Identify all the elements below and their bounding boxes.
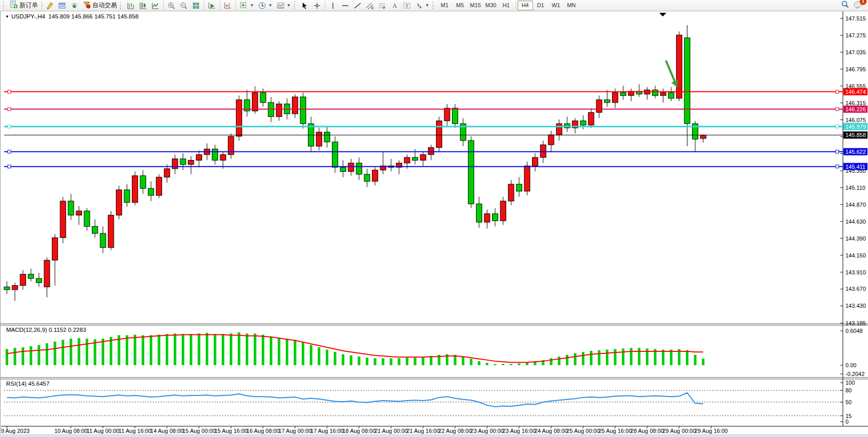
timeframe-button-m30[interactable]: M30 [483,1,499,10]
timeframe-button-d1[interactable]: D1 [533,1,548,10]
svg-text:18 Aug 08:00: 18 Aug 08:00 [342,428,376,434]
svg-text:144.150: 144.150 [845,252,866,259]
zoom-in-button[interactable] [165,0,177,11]
svg-text:0.6048: 0.6048 [845,328,863,334]
fibonacci-tool-button[interactable]: F [376,0,388,11]
svg-text:T: T [405,3,408,8]
svg-text:21 Aug 16:00: 21 Aug 16:00 [406,428,440,434]
timeframe-button-h1[interactable]: H1 [499,1,514,10]
templates-button[interactable]: ▼ [274,0,293,11]
svg-text:F: F [383,6,385,10]
svg-text:14 Aug 08:00: 14 Aug 08:00 [150,428,184,434]
zoom-out-button[interactable] [177,0,190,11]
trendline-tool-button[interactable] [351,0,364,11]
signals-button[interactable] [68,0,81,11]
rsi-indicator-label: RSI(14) 45.6457 [6,381,49,387]
svg-text:143.430: 143.430 [845,303,866,309]
text-tool-button[interactable]: A [388,0,401,11]
crosshair-button[interactable] [311,0,323,11]
svg-text:145.622: 145.622 [845,149,866,155]
toolbar-group-handle [120,2,123,9]
chart-area[interactable]: 147.515147.275147.035146.795146.555146.3… [0,0,868,437]
svg-text:21 Aug 00:00: 21 Aug 00:00 [374,428,408,434]
svg-text:-0.2042: -0.2042 [845,371,864,377]
macd-name: MACD(12,26,9) [6,327,47,333]
svg-text:16 Aug 08:00: 16 Aug 08:00 [246,428,280,434]
autotrading-button[interactable]: 自动交易 [81,0,119,11]
svg-text:A: A [392,2,397,9]
main-toolbar: 新订单 自动交易 ▼ [0,0,868,11]
svg-text:9 Aug 2023: 9 Aug 2023 [1,428,30,434]
timeframe-button-m1[interactable]: M1 [437,1,452,10]
toolbar-group-handle [432,2,435,9]
indicators-button[interactable]: ▼ [238,0,256,11]
svg-text:E: E [371,6,374,10]
line-chart-button[interactable] [149,0,162,11]
new-order-label: 新订单 [19,1,38,10]
svg-text:11 Aug 16:00: 11 Aug 16:00 [119,428,151,434]
svg-text:147.035: 147.035 [845,49,866,55]
svg-text:145.411: 145.411 [845,164,865,170]
timeframe-button-mn[interactable]: MN [564,1,579,10]
toolbar-separator [163,1,164,10]
candlestick-chart-button[interactable] [137,0,149,11]
timeframe-button-h4[interactable]: H4 [518,1,533,10]
auto-scroll-button[interactable] [206,0,218,11]
chart-expand-triangle-icon[interactable]: ▼ [5,14,9,19]
arrows-tool-button[interactable]: ▼ [413,0,431,11]
svg-text:147.275: 147.275 [845,32,866,38]
toolbar-separator [516,1,516,10]
horizontal-line-tool-button[interactable] [339,0,351,11]
toolbar-separator [42,1,42,10]
svg-text:29 Aug 00:00: 29 Aug 00:00 [662,428,696,434]
tile-windows-button[interactable] [190,0,202,11]
chart-window-title: ▼USDJPY-,H4 145.809 145.866 145.751 145.… [5,13,139,19]
equidistant-channel-tool-button[interactable]: E [364,0,376,11]
vertical-line-tool-button[interactable] [327,0,339,11]
svg-text:143.670: 143.670 [845,286,866,292]
new-order-icon [10,1,18,10]
timeframe-button-m5[interactable]: M5 [452,1,468,10]
svg-text:24 Aug 08:00: 24 Aug 08:00 [535,428,568,434]
templates-dropdown-arrow: ▼ [287,3,291,8]
search-icon[interactable] [841,0,850,11]
periods-button[interactable]: ▼ [256,0,274,11]
autotrading-label: 自动交易 [92,1,117,10]
bar-chart-button[interactable] [125,0,137,11]
toolbar-separator [235,1,236,10]
autotrading-icon [83,1,91,10]
rsi-name: RSI(14) [6,381,27,387]
svg-text:80: 80 [845,387,852,393]
svg-text:143.185: 143.185 [845,320,866,326]
svg-text:22 Aug 08:00: 22 Aug 08:00 [439,428,472,434]
styler-button[interactable] [44,0,56,11]
notifications-icon[interactable]: 1 [854,1,863,11]
cursor-button[interactable] [299,0,311,11]
chart-ohlc-values: 145.809 145.866 145.751 145.858 [48,13,139,19]
chart-profile-button[interactable] [56,0,68,11]
timeframe-group: M1M5M15M30H1H4D1W1MN [437,1,579,10]
svg-text:11 Aug 00:00: 11 Aug 00:00 [87,428,120,434]
svg-text:144.630: 144.630 [845,218,866,225]
svg-text:146.795: 146.795 [845,66,866,72]
svg-text:25 Aug 16:00: 25 Aug 16:00 [599,428,632,434]
status-bar [0,434,868,437]
svg-text:145.979: 145.979 [845,124,866,130]
svg-text:17 Aug 00:00: 17 Aug 00:00 [279,428,312,434]
timeframe-button-w1[interactable]: W1 [548,1,564,10]
new-order-button[interactable]: 新订单 [8,0,40,11]
svg-text:143.910: 143.910 [845,269,866,275]
arrows-dropdown-arrow: ▼ [425,3,429,8]
chart-shift-button[interactable] [222,0,234,11]
svg-text:28 Aug 08:00: 28 Aug 08:00 [630,428,664,434]
svg-text:146.315: 146.315 [845,100,866,106]
svg-text:144.390: 144.390 [845,235,866,242]
toolbar-drag-handle [3,2,6,9]
text-label-tool-button[interactable]: T [401,0,413,11]
rsi-values: 45.6457 [28,381,50,387]
svg-text:0: 0 [845,419,849,425]
svg-text:15: 15 [845,413,852,419]
svg-text:100: 100 [845,380,855,386]
timeframe-button-m15[interactable]: M15 [468,1,483,10]
svg-text:50: 50 [845,399,852,405]
